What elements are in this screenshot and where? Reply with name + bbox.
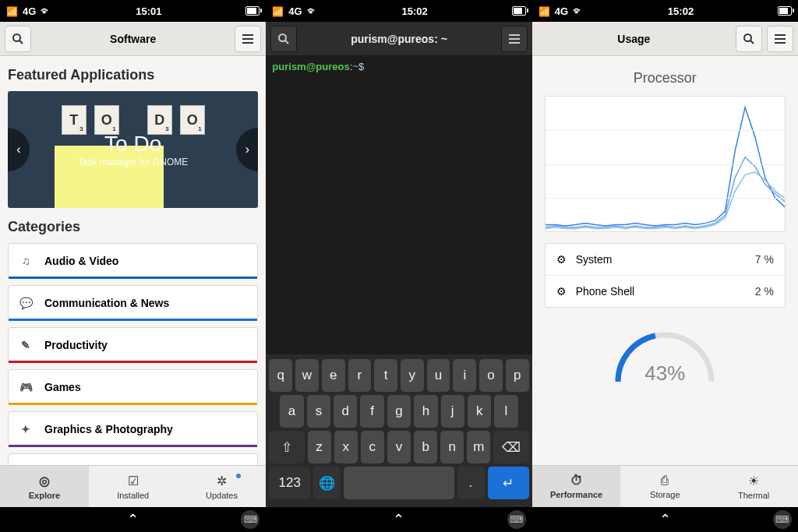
key-space[interactable] (344, 467, 454, 499)
process-row[interactable]: ⚙Phone Shell2 % (546, 276, 785, 307)
key-s[interactable]: s (307, 395, 330, 428)
key-o[interactable]: o (479, 359, 503, 392)
key-b[interactable]: b (414, 431, 437, 463)
key-period[interactable]: . (457, 467, 485, 499)
svg-rect-3 (242, 38, 253, 40)
tab-label: Performance (550, 490, 602, 499)
category-item[interactable]: 💬Communication & News (8, 285, 258, 321)
key-⌫[interactable]: ⌫ (493, 431, 528, 463)
key-d[interactable]: d (334, 395, 357, 428)
key-g[interactable]: g (387, 395, 411, 428)
process-row[interactable]: ⚙System7 % (546, 244, 785, 276)
keyboard-toggle-icon[interactable]: ⌨ (507, 510, 526, 529)
key-r[interactable]: r (348, 359, 372, 392)
scrabble-tile: O1 (180, 105, 205, 135)
key-k[interactable]: k (468, 395, 491, 428)
carousel-next-button[interactable]: › (236, 128, 258, 171)
cpu-chart (545, 96, 786, 232)
tab-installed[interactable]: ☑Installed (89, 466, 178, 507)
tab-icon: ☑ (128, 474, 139, 488)
category-label: Communication & News (44, 297, 169, 309)
keyboard-toggle-icon[interactable]: ⌨ (241, 510, 260, 529)
key-v[interactable]: v (387, 431, 411, 463)
process-value: 7 % (755, 253, 774, 266)
category-item[interactable]: ✦Graphics & Photography (8, 411, 258, 447)
category-icon: ♫ (18, 255, 34, 267)
tab-label: Thermal (738, 491, 769, 500)
menu-button[interactable] (501, 26, 528, 52)
category-item[interactable]: ✎Productivity (8, 327, 258, 363)
tab-label: Updates (206, 491, 238, 500)
featured-app-name: To Do (78, 132, 188, 157)
key-t[interactable]: t (374, 359, 397, 392)
network-label: 4G (288, 5, 302, 17)
category-item[interactable]: ✚Add-ons (8, 453, 258, 465)
tab-updates[interactable]: ✲Updates (178, 466, 267, 507)
key-q[interactable]: q (269, 359, 292, 392)
tab-performance[interactable]: ⏱Performance (532, 466, 621, 507)
category-item[interactable]: ♫Audio & Video (8, 243, 258, 279)
key-a[interactable]: a (280, 395, 303, 428)
featured-app-tagline: Task manager for GNOME (78, 157, 188, 167)
key-p[interactable]: p (506, 359, 529, 392)
battery-icon (778, 6, 792, 16)
system-navbar: ⌃ ⌨ (266, 507, 531, 532)
key-l[interactable]: l (494, 395, 517, 428)
search-button[interactable] (5, 26, 31, 52)
svg-point-0 (13, 34, 20, 41)
software-content: Featured Applications T3 O1 D3 O1 To Do … (0, 56, 266, 465)
key-m[interactable]: m (467, 431, 490, 463)
featured-banner[interactable]: T3 O1 D3 O1 To Do Task manager for GNOME… (8, 91, 258, 208)
key-f[interactable]: f (360, 395, 383, 428)
tab-icon: ◎ (39, 474, 50, 488)
svg-rect-13 (775, 38, 786, 40)
onscreen-keyboard: qwertyuiop asdfghjkl ⇧zxcvbnm⌫ 123 🌐 . ↵ (266, 354, 531, 507)
key-h[interactable]: h (414, 395, 437, 428)
nav-up-icon[interactable]: ⌃ (659, 511, 671, 528)
key-u[interactable]: u (427, 359, 450, 392)
search-button[interactable] (736, 26, 762, 52)
terminal-body[interactable]: purism@pureos:~$ (266, 56, 531, 354)
key-z[interactable]: z (308, 431, 331, 463)
tab-storage[interactable]: ⎙Storage (620, 466, 709, 507)
search-button[interactable] (270, 26, 297, 52)
key-j[interactable]: j (441, 395, 464, 428)
bottom-tabs: ◎Explore☑Installed✲Updates (0, 465, 266, 507)
svg-line-11 (750, 41, 754, 44)
categories-heading: Categories (0, 208, 266, 243)
svg-line-6 (285, 41, 288, 44)
tab-thermal[interactable]: ☀Thermal (709, 466, 798, 507)
svg-point-5 (279, 34, 286, 41)
svg-rect-14 (775, 42, 786, 44)
category-item[interactable]: 🎮Games (8, 369, 258, 405)
svg-line-1 (19, 41, 23, 44)
processor-heading: Processor (545, 56, 786, 96)
key-globe[interactable]: 🌐 (313, 467, 341, 499)
tab-explore[interactable]: ◎Explore (0, 466, 89, 507)
network-label: 4G (555, 5, 568, 17)
key-⇧[interactable]: ⇧ (269, 431, 304, 463)
key-x[interactable]: x (334, 431, 358, 463)
system-navbar: ⌃ ⌨ (532, 507, 798, 532)
category-label: Audio & Video (44, 255, 118, 267)
wifi-icon (307, 5, 318, 17)
menu-button[interactable] (235, 26, 261, 52)
key-symbols[interactable]: 123 (269, 467, 310, 499)
key-enter[interactable]: ↵ (488, 467, 529, 499)
key-w[interactable]: w (295, 359, 319, 392)
key-e[interactable]: e (322, 359, 345, 392)
nav-up-icon[interactable]: ⌃ (127, 511, 139, 528)
gear-icon: ⚙ (556, 285, 567, 298)
key-c[interactable]: c (361, 431, 384, 463)
key-n[interactable]: n (440, 431, 464, 463)
key-y[interactable]: y (401, 359, 424, 392)
tab-icon: ⏱ (570, 474, 583, 488)
carousel-prev-button[interactable]: ‹ (8, 128, 30, 171)
nav-up-icon[interactable]: ⌃ (393, 511, 404, 528)
key-i[interactable]: i (453, 359, 476, 392)
menu-button[interactable] (767, 26, 793, 52)
scrabble-tile: T3 (62, 105, 87, 135)
svg-rect-9 (509, 42, 520, 44)
keyboard-toggle-icon[interactable]: ⌨ (773, 510, 792, 529)
tab-label: Storage (650, 490, 680, 499)
